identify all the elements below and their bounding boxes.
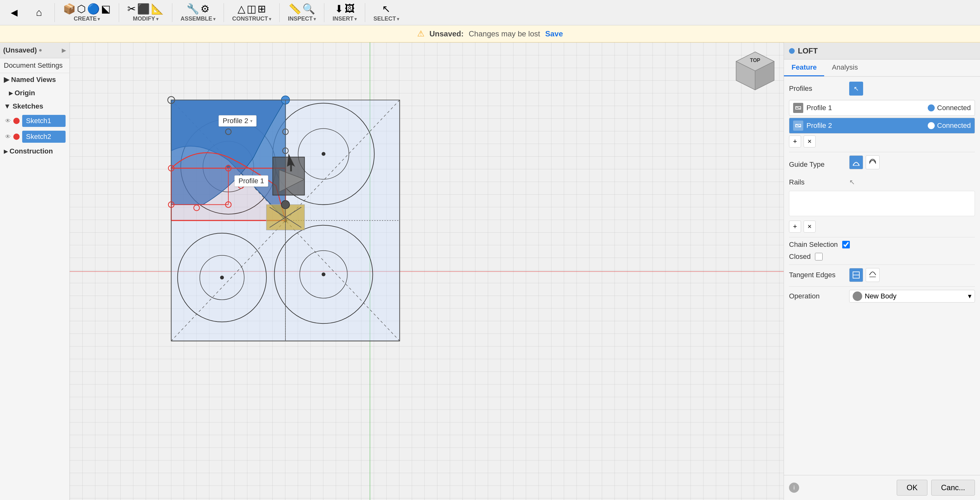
toolbar-sep-1 <box>54 3 55 22</box>
inspect-label: INSPECT <box>288 16 313 22</box>
origin-item[interactable]: ▶ Origin <box>0 86 69 100</box>
sketch2-visibility-icon[interactable]: 👁 <box>5 133 11 140</box>
select-group[interactable]: ↖ SELECT ▾ <box>370 2 403 24</box>
profiles-row: Profiles ↖ <box>789 82 975 95</box>
rails-row: Rails ↖ <box>789 178 975 186</box>
chain-selection-checkbox[interactable] <box>842 241 850 248</box>
save-button[interactable]: Save <box>545 29 563 38</box>
toolbar-sep-5 <box>279 3 280 22</box>
inspect-dropdown-arrow: ▾ <box>313 16 316 22</box>
rails-cursor-icon: ↖ <box>849 178 855 186</box>
construction-header[interactable]: ▶ Construction <box>0 144 69 158</box>
divider-1 <box>789 152 975 152</box>
panel-collapse-icon[interactable]: ▶ <box>62 47 66 54</box>
sketch2-item[interactable]: Sketch2 <box>22 131 65 143</box>
profiles-select-icon: ↖ <box>854 85 859 92</box>
divider-4 <box>789 286 975 287</box>
named-views-chevron: ▶ <box>4 76 9 84</box>
guide-type-row: Guide Type <box>789 156 975 174</box>
profile2-conn-dot <box>928 122 935 129</box>
insert-group[interactable]: ⬇ 🖼 INSERT ▾ <box>329 2 360 24</box>
info-button[interactable]: i <box>789 483 799 493</box>
profile1-row[interactable]: Profile 1 Connected <box>789 100 975 116</box>
origin-chevron: ▶ <box>9 90 13 96</box>
profile2-icon <box>793 121 803 131</box>
add-rail-button[interactable]: + <box>789 221 801 233</box>
operation-dropdown-arrow: ▾ <box>968 292 972 300</box>
right-panel: LOFT Feature Analysis Profiles ↖ Profile… <box>784 43 980 500</box>
construction-chevron: ▶ <box>4 148 8 154</box>
left-panel: (Unsaved) ● ▶ Document Settings ▶ Named … <box>0 43 70 500</box>
operation-select[interactable]: New Body ▾ <box>849 290 975 303</box>
tab-feature[interactable]: Feature <box>784 59 824 76</box>
view-cube[interactable]: TOP <box>733 49 777 93</box>
sketch1-visibility-icon[interactable]: 👁 <box>5 118 11 124</box>
main-canvas-svg[interactable] <box>70 43 784 500</box>
info-icon-text: i <box>794 484 795 491</box>
profiles-select-button[interactable]: ↖ <box>849 82 863 95</box>
svg-point-16 <box>321 273 325 276</box>
rails-area[interactable] <box>789 191 975 216</box>
remove-profile-button[interactable]: × <box>803 135 816 148</box>
sketches-header[interactable]: ▼ Sketches <box>0 100 69 113</box>
sketch2-label: Sketch2 <box>26 133 51 141</box>
panel-content: Profiles ↖ Profile 1 Connected <box>784 76 980 475</box>
unsaved-text: (Unsaved) <box>3 46 37 54</box>
remove-rail-button[interactable]: × <box>803 221 816 233</box>
svg-text:TOP: TOP <box>750 57 760 63</box>
panel-footer: i OK Canc... <box>784 475 980 500</box>
guide-type-label: Guide Type <box>789 160 846 169</box>
profile2-connected: Connected <box>928 122 971 130</box>
back-button[interactable]: ◀ <box>3 5 25 20</box>
home-button[interactable]: ⌂ <box>28 5 50 20</box>
home-icon: ⌂ <box>33 6 45 19</box>
profile1-status: Connected <box>937 104 971 112</box>
origin-label: Origin <box>14 89 35 97</box>
footer-buttons: OK Canc... <box>897 480 975 495</box>
unsaved-indicator: (Unsaved) ● <box>3 46 42 54</box>
profile1-label-text: Profile 1 <box>239 177 264 185</box>
named-views-label: Named Views <box>11 76 56 84</box>
modify-label: MODIFY <box>133 16 155 22</box>
assemble-label: ASSEMBLE <box>181 16 212 22</box>
back-icon: ◀ <box>8 6 21 19</box>
loft-panel-header: LOFT <box>784 43 980 59</box>
profile1-label-box[interactable]: Profile 1 <box>234 175 268 187</box>
cancel-button[interactable]: Canc... <box>931 480 975 495</box>
loft-title: LOFT <box>798 46 818 56</box>
inspect-group[interactable]: 📏 🔍 INSPECT ▾ <box>284 2 320 24</box>
profile2-row[interactable]: Profile 2 Connected <box>789 118 975 133</box>
profile2-label: Profile 2 <box>807 122 832 130</box>
panel-tabs: Feature Analysis <box>784 59 980 76</box>
ok-button[interactable]: OK <box>897 480 928 495</box>
doc-settings-item[interactable]: Document Settings <box>0 58 69 73</box>
tab-analysis[interactable]: Analysis <box>824 59 865 76</box>
assemble-dropdown-arrow: ▾ <box>213 16 215 22</box>
divider-3 <box>789 265 975 265</box>
toolbar: ◀ ⌂ 📦 ⬡ 🔵 ⬕ CREATE ▾ ✂ ⬛ 📐 MODIFY ▾ <box>0 0 980 25</box>
tangent-edge-buttons <box>849 268 880 282</box>
closed-row: Closed <box>789 252 975 261</box>
tangent-btn-1[interactable] <box>849 268 863 282</box>
unsaved-label: Unsaved: <box>430 29 464 38</box>
closed-checkbox[interactable] <box>815 253 822 260</box>
toolbar-sep-7 <box>365 3 365 22</box>
named-views-header[interactable]: ▶ Named Views <box>0 73 69 86</box>
sketch1-item[interactable]: Sketch1 <box>22 115 65 127</box>
select-dropdown-arrow: ▾ <box>397 16 399 22</box>
canvas-area[interactable]: Profile 2 ▾ Profile 1 TOP <box>70 43 784 500</box>
create-group[interactable]: 📦 ⬡ 🔵 ⬕ CREATE ▾ <box>59 2 115 24</box>
modify-group[interactable]: ✂ ⬛ 📐 MODIFY ▾ <box>124 2 167 24</box>
profile2-label-box[interactable]: Profile 2 ▾ <box>218 115 256 127</box>
tangent-btn-2[interactable] <box>865 268 880 282</box>
guide-type-btn-2[interactable] <box>865 156 880 169</box>
svg-line-53 <box>795 106 801 109</box>
assemble-group[interactable]: 🔧 ⚙ ASSEMBLE ▾ <box>177 2 219 24</box>
guide-type-btn-1[interactable] <box>849 156 863 169</box>
guide-type-buttons <box>849 156 880 169</box>
add-profile-button[interactable]: + <box>789 135 801 148</box>
notification-bar: ⚠ Unsaved: Changes may be lost Save <box>0 25 980 43</box>
svg-point-15 <box>220 276 224 279</box>
sketches-label: Sketches <box>13 102 43 110</box>
construct-group[interactable]: △ ◫ ⊞ CONSTRUCT ▾ <box>228 2 275 24</box>
